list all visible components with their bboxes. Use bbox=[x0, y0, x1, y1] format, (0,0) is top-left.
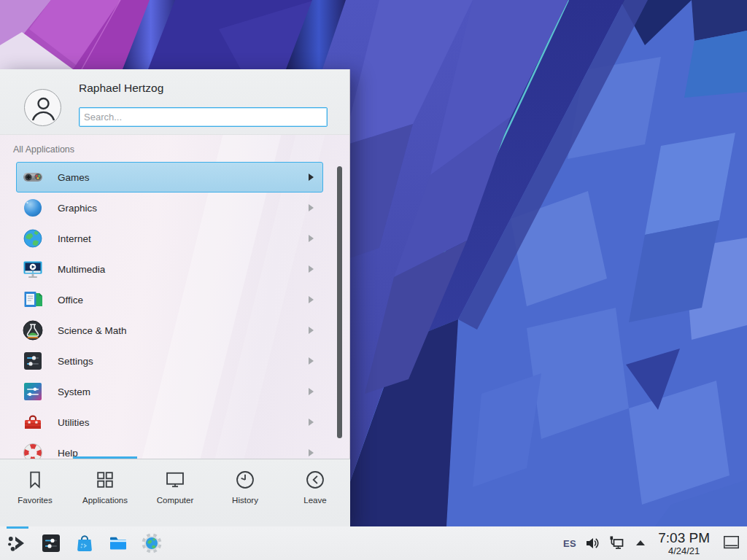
tab-applications[interactable]: Applications bbox=[70, 459, 140, 526]
taskbar-application-launcher[interactable] bbox=[7, 532, 28, 554]
category-row-science-math[interactable]: Science & Math bbox=[16, 315, 323, 346]
user-name: Raphael Hertzog bbox=[79, 82, 163, 95]
category-label: Science & Math bbox=[58, 325, 127, 336]
category-row-internet[interactable]: Internet bbox=[16, 223, 323, 254]
clock-date: 4/24/21 bbox=[668, 546, 700, 556]
volume-icon[interactable] bbox=[584, 535, 600, 551]
search-input[interactable] bbox=[79, 107, 328, 127]
science-icon bbox=[21, 319, 44, 342]
launcher-header: Raphael Hertzog bbox=[0, 69, 349, 135]
active-tab-indicator bbox=[73, 456, 137, 459]
tab-leave[interactable]: Leave bbox=[280, 459, 350, 526]
keyboard-layout-indicator[interactable]: ES bbox=[563, 538, 576, 549]
submenu-arrow-icon bbox=[309, 265, 314, 273]
user-avatar[interactable] bbox=[24, 89, 61, 126]
lifebuoy-icon bbox=[21, 441, 44, 459]
network-icon[interactable] bbox=[608, 535, 624, 551]
gamepad-icon bbox=[21, 166, 44, 189]
clock-icon bbox=[234, 469, 256, 491]
grid-icon bbox=[94, 469, 116, 491]
globe-icon bbox=[21, 227, 44, 250]
application-launcher-menu: Raphael Hertzog All Applications Games G… bbox=[0, 69, 350, 526]
category-label: Utilities bbox=[58, 417, 90, 428]
category-row-utilities[interactable]: Utilities bbox=[16, 407, 323, 438]
category-label: Office bbox=[58, 295, 83, 306]
tab-favorites[interactable]: Favorites bbox=[0, 459, 70, 526]
submenu-arrow-icon bbox=[309, 204, 314, 211]
tab-computer[interactable]: Computer bbox=[140, 459, 210, 526]
submenu-arrow-icon bbox=[309, 174, 314, 181]
category-label: Games bbox=[58, 172, 90, 183]
monitor-icon bbox=[164, 469, 186, 491]
multimedia-icon bbox=[21, 257, 44, 281]
desktop: Raphael Hertzog All Applications Games G… bbox=[0, 0, 747, 560]
taskbar-file-manager[interactable] bbox=[107, 532, 129, 554]
submenu-arrow-icon bbox=[309, 449, 314, 456]
category-label: Multimedia bbox=[58, 264, 105, 275]
taskbar-system-settings[interactable] bbox=[40, 532, 62, 554]
settings-icon bbox=[21, 349, 44, 373]
submenu-arrow-icon bbox=[309, 235, 314, 242]
submenu-arrow-icon bbox=[309, 388, 314, 395]
utilities-icon bbox=[21, 411, 44, 434]
user-icon bbox=[28, 93, 59, 124]
application-category-list: Games Graphics Internet Multimedia bbox=[0, 162, 350, 459]
taskbar-launchers bbox=[0, 532, 163, 554]
tab-history[interactable]: History bbox=[210, 459, 280, 526]
category-row-multimedia[interactable]: Multimedia bbox=[16, 254, 323, 284]
category-row-help[interactable]: Help bbox=[16, 438, 323, 459]
submenu-arrow-icon bbox=[309, 296, 314, 303]
submenu-arrow-icon bbox=[309, 357, 314, 365]
category-label: System bbox=[58, 386, 90, 397]
submenu-arrow-icon bbox=[309, 419, 314, 426]
system-icon bbox=[21, 380, 44, 403]
category-row-settings[interactable]: Settings bbox=[16, 346, 323, 376]
category-label: Graphics bbox=[58, 203, 97, 214]
list-scrollbar[interactable] bbox=[337, 166, 342, 438]
category-row-office[interactable]: Office bbox=[16, 284, 323, 315]
office-icon bbox=[21, 288, 44, 311]
tab-label: Favorites bbox=[18, 496, 52, 505]
category-label: Settings bbox=[58, 356, 93, 367]
bookmark-icon bbox=[24, 469, 46, 491]
taskbar-discover[interactable] bbox=[74, 532, 96, 554]
category-label: Internet bbox=[58, 233, 91, 244]
category-row-games[interactable]: Games bbox=[16, 162, 323, 192]
category-row-system[interactable]: System bbox=[16, 376, 323, 407]
leave-icon bbox=[304, 469, 326, 491]
tab-label: Leave bbox=[303, 496, 326, 505]
category-row-graphics[interactable]: Graphics bbox=[16, 192, 323, 223]
digital-clock[interactable]: 7:03 PM 4/24/21 bbox=[658, 531, 710, 556]
system-tray: ES 7:03 PM 4/24/21 bbox=[563, 526, 741, 560]
tab-label: Computer bbox=[157, 496, 194, 505]
tab-label: History bbox=[232, 496, 258, 505]
taskbar-web-browser[interactable] bbox=[141, 532, 163, 554]
submenu-arrow-icon bbox=[309, 327, 314, 334]
launcher-tab-bar: Favorites Applications Computer History … bbox=[0, 459, 350, 526]
expand-tray-icon[interactable] bbox=[632, 535, 649, 551]
section-label: All Applications bbox=[13, 144, 74, 155]
tab-label: Applications bbox=[82, 496, 128, 505]
clock-time: 7:03 PM bbox=[658, 531, 710, 545]
sphere-icon bbox=[21, 196, 44, 219]
show-desktop-button[interactable] bbox=[722, 534, 741, 552]
taskbar-panel: ES 7:03 PM 4/24/21 bbox=[0, 526, 747, 560]
active-task-indicator bbox=[7, 526, 28, 529]
